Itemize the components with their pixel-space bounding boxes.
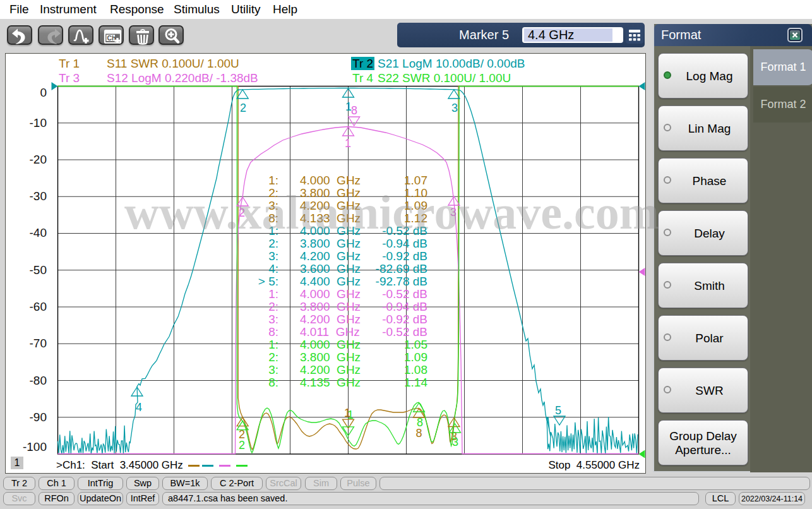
svg-text:Ch: Ch xyxy=(107,33,116,41)
